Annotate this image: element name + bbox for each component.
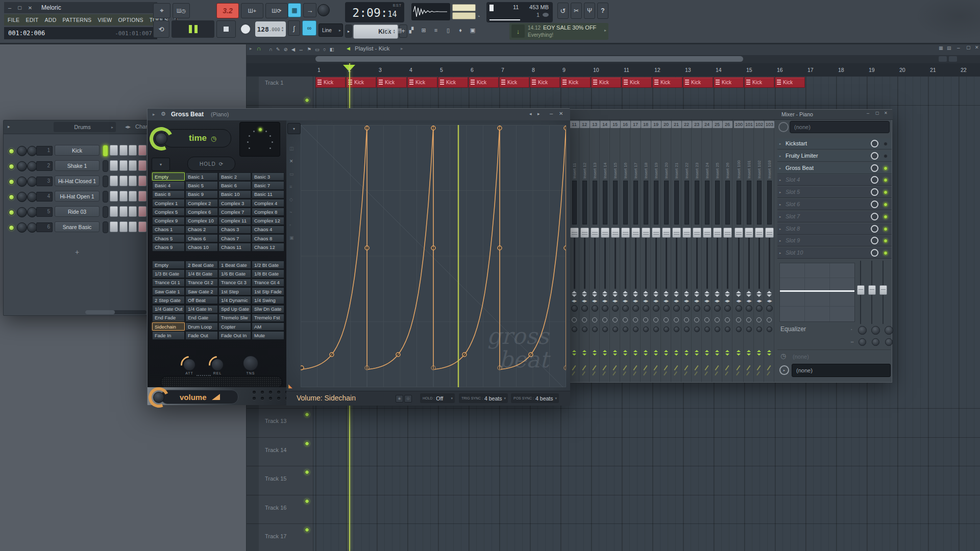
playlist-zoom-button-1[interactable] bbox=[939, 56, 947, 62]
mixer-strip[interactable]: 14Insert 14◀▶ bbox=[600, 119, 610, 382]
strip-knob[interactable] bbox=[724, 305, 731, 312]
record-button[interactable] bbox=[238, 20, 253, 38]
eq-display[interactable] bbox=[779, 263, 855, 322]
strip-mute-icon[interactable] bbox=[684, 317, 689, 322]
strip-fader-track[interactable] bbox=[645, 230, 647, 289]
playlist-clip[interactable]: Kick bbox=[346, 77, 376, 88]
channel-led[interactable] bbox=[9, 164, 14, 169]
playlist-close-button[interactable]: ✕ bbox=[975, 45, 979, 50]
strip-knob[interactable] bbox=[683, 305, 690, 312]
strip-up-icon[interactable] bbox=[725, 291, 730, 293]
mixer-close-button[interactable]: ✕ bbox=[884, 111, 888, 115]
strip-pan-icon[interactable]: ◀▶ bbox=[591, 299, 599, 303]
strip-down-icon[interactable] bbox=[572, 294, 577, 297]
select-region-icon[interactable]: ▭ bbox=[289, 171, 294, 177]
grid-icon[interactable]: ▣ bbox=[289, 235, 294, 240]
strip-up-icon[interactable] bbox=[736, 291, 741, 293]
time-preset[interactable]: Complex 6 bbox=[185, 208, 218, 216]
strip-down-icon[interactable] bbox=[633, 294, 638, 297]
strip-knob-2[interactable] bbox=[674, 327, 679, 332]
time-preset[interactable]: Basic 6 bbox=[218, 181, 251, 189]
rack-hscrollbar-track[interactable] bbox=[85, 310, 146, 314]
slot-mix-knob[interactable] bbox=[871, 225, 878, 233]
volume-preset[interactable]: End Gate bbox=[185, 314, 218, 322]
plugin-close-button[interactable]: ✕ bbox=[559, 111, 563, 116]
step-cell[interactable] bbox=[119, 176, 128, 186]
mixer-maximize-button[interactable]: ▢ bbox=[875, 111, 879, 115]
step-cell[interactable] bbox=[129, 160, 137, 171]
strip-down-icon[interactable] bbox=[767, 294, 772, 297]
volume-preset[interactable]: 1/8 Bt Gate bbox=[252, 269, 284, 278]
strip-fader-track[interactable] bbox=[769, 230, 770, 289]
strip-knob-2[interactable] bbox=[664, 327, 669, 332]
playlist-hscrollbar[interactable] bbox=[315, 56, 743, 62]
mixer-strip[interactable]: 24Insert 24◀▶ bbox=[702, 119, 712, 382]
time-preset[interactable]: Chaos 1 bbox=[152, 226, 185, 234]
menu-item-file[interactable]: FILE bbox=[8, 17, 19, 23]
strip-knob-2[interactable] bbox=[643, 327, 649, 332]
step-cell[interactable] bbox=[110, 145, 118, 156]
rack-swap-icon[interactable]: ◀▶ bbox=[125, 125, 131, 129]
strip-fader-handle[interactable] bbox=[652, 228, 660, 238]
slot-mix-knob[interactable] bbox=[871, 188, 878, 196]
bpm-display[interactable]: 128 .000 ▲▼ bbox=[255, 21, 286, 37]
strip-mute-icon[interactable] bbox=[592, 317, 597, 322]
strip-knob-2[interactable] bbox=[582, 327, 587, 332]
volume-preset[interactable]: Fade Out In bbox=[218, 331, 251, 339]
strip-pan-icon[interactable]: ◀▶ bbox=[682, 299, 691, 303]
strip-fader-track[interactable] bbox=[748, 230, 750, 289]
strip-down-icon[interactable] bbox=[643, 294, 648, 297]
track-name-label[interactable]: Track 1 bbox=[265, 80, 283, 86]
strip-fader-track[interactable] bbox=[584, 230, 585, 289]
time-preset[interactable]: Complex 7 bbox=[218, 208, 251, 216]
strip-down-icon[interactable] bbox=[715, 294, 720, 297]
volume-preset[interactable]: Spd Up Gate bbox=[218, 305, 251, 313]
strip-fader-handle[interactable] bbox=[611, 228, 620, 238]
time-preset[interactable]: Basic 3 bbox=[252, 172, 284, 181]
channel-button[interactable]: Snare Basic bbox=[55, 221, 100, 232]
slot-arrow-icon[interactable]: ▸ bbox=[779, 166, 781, 170]
bpm-stepper[interactable]: ▲▼ bbox=[281, 26, 284, 32]
track-arm-led[interactable] bbox=[305, 412, 309, 417]
strip-mute-icon[interactable] bbox=[572, 317, 577, 322]
strip-fader-handle[interactable] bbox=[765, 228, 774, 238]
time-preset[interactable]: Complex 12 bbox=[252, 217, 284, 225]
channel-number-box[interactable]: 3 bbox=[36, 177, 53, 186]
slot-arrow-icon[interactable]: ▸ bbox=[779, 239, 781, 243]
strip-fader-handle[interactable] bbox=[713, 228, 722, 238]
strip-knob[interactable] bbox=[736, 305, 742, 312]
step-cell[interactable] bbox=[138, 176, 146, 186]
step-cell[interactable] bbox=[138, 206, 146, 217]
strip-fader-track[interactable] bbox=[635, 230, 636, 289]
volume-preset[interactable]: Off Beat bbox=[185, 296, 218, 304]
strip-up-icon[interactable] bbox=[664, 291, 669, 293]
playlist-clip[interactable]: Kick bbox=[714, 77, 744, 88]
menu-item-options[interactable]: OPTIONS bbox=[118, 17, 143, 23]
playlist-clip[interactable]: Kick bbox=[683, 77, 713, 88]
strip-pan-icon[interactable]: ◀▶ bbox=[693, 299, 701, 303]
step-cell[interactable] bbox=[129, 145, 137, 156]
slot-mix-knob[interactable] bbox=[871, 176, 878, 184]
channel-led[interactable] bbox=[9, 148, 14, 154]
collapse-strip-icon[interactable]: ◫ bbox=[289, 146, 294, 151]
strip-up-icon[interactable] bbox=[582, 291, 587, 293]
time-preset[interactable]: Basic 2 bbox=[218, 172, 251, 181]
volume-preset[interactable]: Tremelo Fst bbox=[252, 314, 284, 322]
tools-icon[interactable]: ▣ bbox=[468, 23, 478, 37]
slot-mix-knob[interactable] bbox=[871, 201, 878, 208]
time-preset[interactable]: Basic 9 bbox=[185, 190, 218, 198]
strip-knob[interactable] bbox=[694, 305, 700, 312]
strip-fader-handle[interactable] bbox=[755, 228, 764, 238]
strip-up-icon[interactable] bbox=[694, 291, 699, 293]
time-preset[interactable]: Basic 11 bbox=[252, 190, 284, 198]
playlist-clip[interactable]: Kick bbox=[591, 77, 621, 88]
strip-mute-icon[interactable] bbox=[602, 317, 607, 322]
channel-pan-knob[interactable] bbox=[17, 207, 27, 217]
volume-preset[interactable]: Slw Dn Gate bbox=[252, 305, 284, 313]
mixer-strip[interactable]: 26Insert 26◀▶ bbox=[723, 119, 732, 382]
strip-fader-handle[interactable] bbox=[591, 228, 599, 238]
strip-knob[interactable] bbox=[632, 305, 639, 312]
slip-tool-icon[interactable]: ◀ bbox=[291, 46, 295, 52]
strip-down-icon[interactable] bbox=[694, 294, 699, 297]
time-preset[interactable]: Basic 7 bbox=[252, 181, 284, 189]
